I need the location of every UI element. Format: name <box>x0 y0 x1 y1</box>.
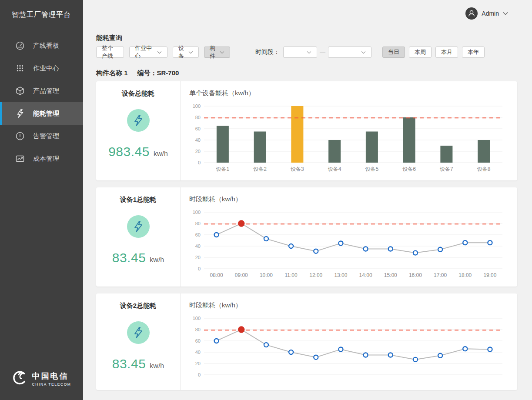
data-point[interactable] <box>364 353 368 357</box>
topbar: Admin <box>83 0 532 27</box>
svg-text:60: 60 <box>195 338 201 343</box>
svg-text:设备1: 设备1 <box>216 166 230 172</box>
filter-label: 整个产线 <box>102 44 118 60</box>
data-point[interactable] <box>438 353 442 358</box>
svg-text:15:00: 15:00 <box>384 272 397 278</box>
bar-chart: 020406080100设备1设备2设备3设备4设备5设备6设备7设备8 <box>189 101 507 172</box>
data-point[interactable] <box>314 355 318 360</box>
svg-text:60: 60 <box>195 126 201 131</box>
svg-text:11:00: 11:00 <box>285 272 298 278</box>
bar[interactable] <box>254 132 266 163</box>
period-button-1[interactable]: 当日 <box>382 47 405 58</box>
grid-dots-icon <box>15 63 25 73</box>
chevron-down-icon <box>503 12 508 15</box>
card-summary: 设备2总能耗 83.45 kw/h <box>96 293 180 390</box>
data-point[interactable] <box>338 347 343 352</box>
svg-text:80: 80 <box>195 221 201 226</box>
username: Admin <box>482 10 499 17</box>
line-chart: 020406080100 <box>189 313 507 384</box>
energy-unit: kw/h <box>150 362 164 370</box>
sidebar-item-label: 产品管理 <box>33 87 59 95</box>
svg-text:设备6: 设备6 <box>402 166 416 172</box>
range-separator: — <box>320 49 325 56</box>
period-buttons: 当日本周本月本年 <box>382 47 485 58</box>
alert-data-point[interactable] <box>238 327 244 333</box>
range-start-select[interactable] <box>283 47 317 58</box>
energy-unit: kw/h <box>150 256 164 264</box>
data-point[interactable] <box>364 247 368 251</box>
svg-text:40: 40 <box>195 243 201 249</box>
line-chart-canvas: 02040608010008:0009:0010:0011:0012:0013:… <box>189 207 507 278</box>
data-point[interactable] <box>488 240 492 245</box>
svg-text:16:00: 16:00 <box>409 272 422 278</box>
energy-value: 983.45 <box>108 144 150 159</box>
device2-card: 设备2总能耗 83.45 kw/h 时段能耗（kw/h） 02040608010… <box>96 293 517 390</box>
component-name: 构件名称 1 <box>96 69 128 77</box>
bar[interactable] <box>478 140 490 163</box>
svg-text:08:00: 08:00 <box>210 272 223 278</box>
bar[interactable] <box>217 126 229 163</box>
card-chart-panel: 单个设备能耗（kw/h） 020406080100设备1设备2设备3设备4设备5… <box>180 81 518 180</box>
bar[interactable] <box>291 106 303 163</box>
svg-text:20: 20 <box>195 361 201 366</box>
card-title: 设备2总能耗 <box>120 302 156 310</box>
component-header: 构件名称 1 编号：SR-700 <box>96 69 517 77</box>
data-point[interactable] <box>289 244 293 248</box>
data-point[interactable] <box>413 357 418 362</box>
filter-select-4[interactable]: 构件 <box>204 47 230 58</box>
filter-button-1[interactable]: 整个产线 <box>96 47 124 58</box>
data-point[interactable] <box>264 237 268 241</box>
sidebar-item-6[interactable]: 成本管理 <box>0 147 83 170</box>
sidebar-item-1[interactable]: 产线看板 <box>0 34 83 57</box>
app-title: 智慧工厂管理平台 <box>0 0 83 20</box>
trend-chart-icon <box>15 153 25 164</box>
data-point[interactable] <box>214 339 219 343</box>
period-button-2[interactable]: 本周 <box>409 47 432 58</box>
chevron-down-icon <box>307 51 311 54</box>
sidebar-item-3[interactable]: 产品管理 <box>0 80 83 102</box>
bar[interactable] <box>328 140 341 163</box>
period-button-4[interactable]: 本年 <box>462 47 485 58</box>
card-chart-panel: 时段能耗（kw/h） 02040608010008:0009:0010:0011… <box>180 187 518 287</box>
page-title: 能耗查询 <box>96 34 517 42</box>
data-point[interactable] <box>463 240 467 245</box>
data-point[interactable] <box>388 247 393 251</box>
sidebar-nav: 产线看板作业中心产品管理能耗管理告警管理成本管理 <box>0 34 83 170</box>
filter-select-2[interactable]: 作业中心 <box>129 47 167 58</box>
sidebar-item-5[interactable]: 告警管理 <box>0 125 83 147</box>
svg-text:20: 20 <box>195 255 201 260</box>
data-point[interactable] <box>314 249 318 253</box>
logo-text-cn: 中国电信 <box>32 371 71 381</box>
lightning-icon <box>15 108 25 119</box>
card-title: 设备总能耗 <box>122 90 154 98</box>
range-end-select[interactable] <box>328 47 371 58</box>
data-point[interactable] <box>463 347 467 351</box>
sidebar-item-label: 告警管理 <box>33 132 59 140</box>
data-point[interactable] <box>413 251 418 255</box>
svg-text:14:00: 14:00 <box>359 272 372 278</box>
card-summary: 设备1总能耗 83.45 kw/h <box>96 187 180 287</box>
bar[interactable] <box>366 132 378 163</box>
sidebar-item-4[interactable]: 能耗管理 <box>0 102 83 125</box>
data-point[interactable] <box>438 247 442 252</box>
bar[interactable] <box>403 117 415 163</box>
sidebar-item-2[interactable]: 作业中心 <box>0 57 83 80</box>
data-point[interactable] <box>289 350 293 354</box>
data-point[interactable] <box>388 353 393 357</box>
svg-text:100: 100 <box>193 316 201 321</box>
data-point[interactable] <box>488 347 492 352</box>
filter-select-3[interactable]: 设备 <box>173 47 199 58</box>
period-button-3[interactable]: 本月 <box>435 47 458 58</box>
svg-text:0: 0 <box>198 160 201 165</box>
alert-data-point[interactable] <box>238 221 244 227</box>
svg-text:80: 80 <box>195 327 201 332</box>
data-point[interactable] <box>264 343 268 347</box>
data-point[interactable] <box>214 233 219 237</box>
energy-value: 83.45 <box>112 250 146 265</box>
svg-text:设备4: 设备4 <box>328 166 341 172</box>
svg-text:100: 100 <box>193 210 201 215</box>
svg-text:20: 20 <box>195 149 201 154</box>
data-point[interactable] <box>338 241 343 246</box>
user-menu[interactable]: Admin <box>465 7 508 20</box>
bar[interactable] <box>440 146 452 163</box>
